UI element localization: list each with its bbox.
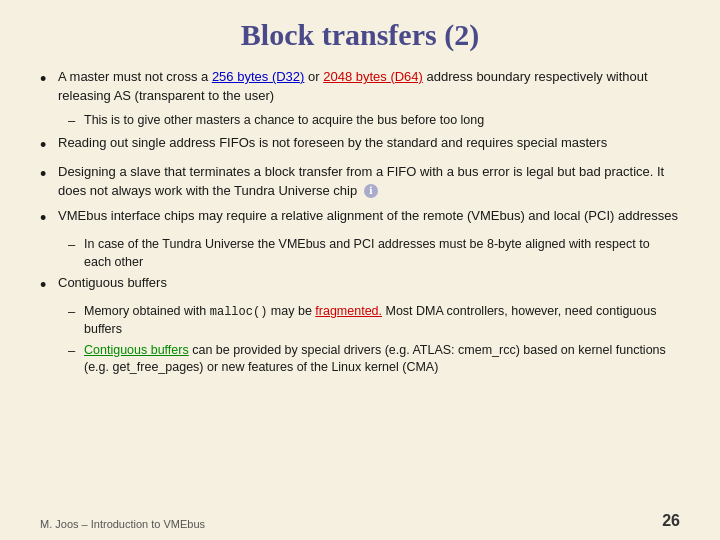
sub-item-4-1: – In case of the Tundra Universe the VME… <box>68 236 680 271</box>
bullet-marker-5: • <box>40 274 58 297</box>
bullet-item-1: • A master must not cross a 256 bytes (D… <box>40 68 680 106</box>
sub-text-1-1: This is to give other masters a chance t… <box>84 112 680 130</box>
info-icon-tundra: ℹ <box>364 184 378 198</box>
slide-title: Block transfers (2) <box>40 18 680 52</box>
bullet-item-3: • Designing a slave that terminates a bl… <box>40 163 680 201</box>
sub-item-5-2: – Contiguous buffers can be provided by … <box>68 342 680 377</box>
bullet-marker-3: • <box>40 163 58 186</box>
bullet-text-5: Contiguous buffers <box>58 274 680 293</box>
highlight-2048bytes: 2048 bytes (D64) <box>323 69 423 84</box>
contiguous-buffers-highlight: Contiguous buffers <box>84 343 189 357</box>
sub-text-5-1: Memory obtained with malloc() may be fra… <box>84 303 680 338</box>
slide-footer: M. Joos – Introduction to VMEbus 26 <box>40 512 680 530</box>
page-number: 26 <box>662 512 680 530</box>
slide-content: • A master must not cross a 256 bytes (D… <box>40 68 680 377</box>
sub-item-1-1: – This is to give other masters a chance… <box>68 112 680 131</box>
bullet-item-4: • VMEbus interface chips may require a r… <box>40 207 680 230</box>
dash-5-2: – <box>68 342 84 361</box>
bullet-item-2: • Reading out single address FIFOs is no… <box>40 134 680 157</box>
sub-text-4-1: In case of the Tundra Universe the VMEbu… <box>84 236 680 271</box>
sub-text-5-2: Contiguous buffers can be provided by sp… <box>84 342 680 377</box>
highlight-256bytes: 256 bytes (D32) <box>212 69 305 84</box>
dash-4-1: – <box>68 236 84 255</box>
bullet-text-1: A master must not cross a 256 bytes (D32… <box>58 68 680 106</box>
bullet-marker-4: • <box>40 207 58 230</box>
bullet-item-5: • Contiguous buffers <box>40 274 680 297</box>
malloc-code: malloc() <box>210 305 268 319</box>
sub-item-5-1: – Memory obtained with malloc() may be f… <box>68 303 680 338</box>
bullet-text-2: Reading out single address FIFOs is not … <box>58 134 680 153</box>
bullet-marker-1: • <box>40 68 58 91</box>
bullet-text-3: Designing a slave that terminates a bloc… <box>58 163 680 201</box>
dash-1-1: – <box>68 112 84 131</box>
dash-5-1: – <box>68 303 84 322</box>
footer-author: M. Joos – Introduction to VMEbus <box>40 518 205 530</box>
slide: Block transfers (2) • A master must not … <box>0 0 720 540</box>
fragmented-text: fragmented. <box>315 304 382 318</box>
bullet-text-4: VMEbus interface chips may require a rel… <box>58 207 680 226</box>
bullet-marker-2: • <box>40 134 58 157</box>
